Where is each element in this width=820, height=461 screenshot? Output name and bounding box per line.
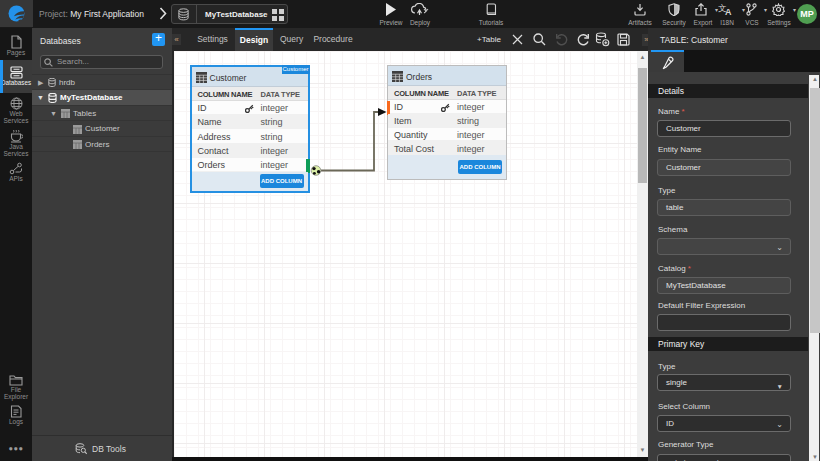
svg-text:A: A (725, 7, 732, 16)
